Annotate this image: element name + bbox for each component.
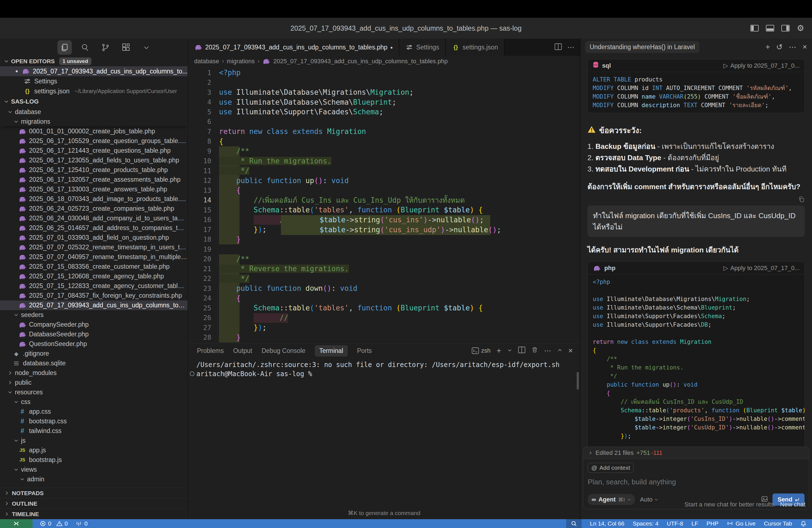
section-notepads[interactable]: NOTEPADS — [0, 488, 188, 498]
agent-mode-selector[interactable]: ∞ Agent ⌘I — [588, 494, 635, 505]
tree-file-questionseeder.php[interactable]: QuestionSeeder.php — [0, 339, 188, 349]
code-editor[interactable]: 1<?php23use Illuminate\Database\Migratio… — [188, 67, 580, 343]
settings-gear-icon[interactable]: ⚙ — [797, 24, 804, 32]
remote-indicator[interactable] — [0, 519, 33, 528]
workspace-header[interactable]: SAS-LOG — [0, 96, 188, 107]
tree-file-2025-06-25-014657-add-address-to-companies-tabl...[interactable]: 2025_06_25_014657_add_address_to_compani… — [0, 223, 188, 233]
search-icon[interactable] — [78, 40, 92, 55]
new-terminal-icon[interactable]: + — [497, 346, 501, 355]
tree-file-2025-07-15-083356-create-customer-table.php[interactable]: 2025_07_15_083356_create_customer_table.… — [0, 262, 188, 272]
more-views-chevron-icon[interactable] — [139, 40, 154, 55]
problems-status[interactable]: 0 0 — [40, 520, 68, 527]
status-php[interactable]: PHP — [707, 520, 719, 527]
apply-button[interactable]: ▷Apply to 2025_07_17_0... — [723, 265, 800, 272]
tree-file-2025-06-24-025723-create-companies-table.php[interactable]: 2025_06_24_025723_create_companies_table… — [0, 204, 188, 214]
tree-folder-css[interactable]: css — [0, 397, 188, 407]
tree-folder-migrations[interactable]: migrations — [0, 117, 188, 127]
tree-file-2025-07-07-040957-rename-timestamp-in-multiple-t...[interactable]: 2025_07_07_040957_rename_timestamp_in_mu… — [0, 252, 188, 262]
tree-file-databaseseeder.php[interactable]: DatabaseSeeder.php — [0, 329, 188, 339]
status-lf[interactable]: LF — [692, 520, 698, 527]
tree-folder-node-modules[interactable]: node_modules — [0, 368, 188, 378]
tree-file-2025-06-17-105529-create-question-groups-table.php[interactable]: 2025_06_17_105529_create_question_groups… — [0, 136, 188, 146]
extensions-icon[interactable] — [119, 40, 133, 55]
new-chat-plus-icon[interactable]: + — [766, 43, 770, 52]
tree-file-2025-06-17-133003-create-answers-table.php[interactable]: 2025_06_17_133003_create_answers_table.p… — [0, 185, 188, 194]
source-control-icon[interactable] — [98, 40, 113, 55]
tree-file-2025-06-17-132057-create-assessments-table.php[interactable]: 2025_06_17_132057_create_assessments_tab… — [0, 175, 188, 185]
status-spaces-4[interactable]: Spaces: 4 — [633, 520, 658, 527]
status-search[interactable] — [566, 519, 582, 528]
model-selector[interactable]: Auto — [640, 496, 658, 503]
tab-settings[interactable]: Settings — [399, 39, 446, 56]
tree-file-2025-06-17-121443-create-questions-table.php[interactable]: 2025_06_17_121443_create_questions_table… — [0, 146, 188, 156]
tree-file-2025-06-18-070343-add-image-to-products-table.p...[interactable]: 2025_06_18_070343_add_image_to_products_… — [0, 194, 188, 204]
status-ln-14-col-66[interactable]: Ln 14, Col 66 — [590, 520, 624, 527]
tree-file-2025-06-17-123055-add-fields-to-users-table.php[interactable]: 2025_06_17_123055_add_fields_to_users_ta… — [0, 156, 188, 165]
tree-file-bootstrap.css[interactable]: #bootstrap.css — [0, 416, 188, 426]
chat-input[interactable]: Plan, search, build anything — [588, 478, 804, 486]
section-outline[interactable]: OUTLINE — [0, 498, 188, 509]
tree-folder-admin[interactable]: admin — [0, 474, 188, 484]
tree-folder-public[interactable]: public — [0, 378, 188, 387]
tab-settings.json[interactable]: {}settings.json — [446, 39, 504, 56]
section-timeline[interactable]: TIMELINE — [0, 509, 188, 519]
kill-terminal-icon[interactable] — [532, 347, 538, 355]
status-go-live[interactable]: Go Live — [727, 520, 755, 527]
apply-button[interactable]: ▷Apply to 2025_07_17_0... — [723, 62, 800, 69]
tree-file-2025-07-07-025322-rename-timestamp-in-users-tab...[interactable]: 2025_07_07_025322_rename_timestamp_in_us… — [0, 243, 188, 252]
panel-tab-debug-console[interactable]: Debug Console — [262, 345, 305, 356]
chat-more-icon[interactable]: ⋯ — [789, 43, 797, 52]
panel-tab-terminal[interactable]: Terminal — [315, 345, 348, 356]
tree-folder-seeders[interactable]: seeders — [0, 310, 188, 320]
tree-file-2025-07-17-093943-add-cus-ins-udp-columns-to-ta...[interactable]: 2025_07_17_093943_add_cus_ins_udp_column… — [0, 300, 188, 310]
tree-file-2025-06-17-125410-create-products-table.php[interactable]: 2025_06_17_125410_create_products_table.… — [0, 165, 188, 175]
tab-2025-07-17-093943-add-cus-ins-udp-columns-to-tables.php[interactable]: 2025_07_17_093943_add_cus_ins_udp_column… — [188, 39, 399, 56]
tree-file-0001-01-01-000002-create-jobs-table.php[interactable]: 0001_01_01_000002_create_jobs_table.php — [0, 127, 188, 136]
panel-tab-problems[interactable]: Problems — [197, 345, 224, 356]
new-chat-button[interactable]: New chat — [780, 501, 806, 508]
tree-folder-database[interactable]: database — [0, 107, 188, 117]
tree-folder-resources[interactable]: resources — [0, 387, 188, 397]
editor-more-icon[interactable]: ⋯ — [567, 43, 575, 52]
split-terminal-icon[interactable] — [518, 347, 525, 355]
panel-tab-ports[interactable]: Ports — [357, 345, 372, 356]
split-editor-icon[interactable] — [555, 43, 562, 51]
copy-message-icon[interactable] — [798, 196, 805, 204]
panel-tab-output[interactable]: Output — [233, 345, 252, 356]
terminal-shell[interactable]: zsh — [472, 347, 491, 354]
status-cursor-tab[interactable]: Cursor Tab — [764, 520, 792, 527]
tree-file-database.sqlite[interactable]: database.sqlite — [0, 358, 188, 368]
edited-files-row[interactable]: Edited 21 files +751-111 — [583, 446, 809, 459]
ports-status[interactable]: 0 — [75, 520, 88, 527]
open-editors-header[interactable]: OPEN EDITORS 1 unsaved — [0, 56, 188, 66]
chat-tab[interactable]: Understanding whereHas() in Laravel — [585, 41, 699, 53]
status-bell[interactable] — [800, 520, 807, 527]
tree-file-.gitignore[interactable]: ◆.gitignore — [0, 349, 188, 358]
toggle-secondary-sidebar-icon[interactable] — [781, 25, 789, 31]
toggle-primary-sidebar-icon[interactable] — [750, 25, 759, 31]
close-panel-icon[interactable]: × — [568, 346, 573, 355]
tree-file-2025-07-17-084357-fix-foreign-key-constraints.php[interactable]: 2025_07_17_084357_fix_foreign_key_constr… — [0, 291, 188, 300]
terminal-more-icon[interactable]: ⋯ — [544, 347, 551, 355]
tree-file-app.js[interactable]: JSapp.js — [0, 445, 188, 455]
tree-file-bootstrap.js[interactable]: JSbootstrap.js — [0, 455, 188, 465]
tree-file-2025-06-24-030048-add-company-id-to-users-tabl...[interactable]: 2025_06_24_030048_add_company_id_to_user… — [0, 214, 188, 223]
terminal[interactable]: /Users/aritach/.zshrc:source:3: no such … — [188, 357, 580, 379]
tree-file-2025-07-15-122833-create-agency-customer-table.p...[interactable]: 2025_07_15_122833_create_agency_customer… — [0, 281, 188, 291]
tree-file-2025-07-01-033903-add-field-on-question.php[interactable]: 2025_07_01_033903_add_field_on_question.… — [0, 233, 188, 243]
open-editor-item[interactable]: {}settings.json~/Library/Application Sup… — [0, 86, 188, 96]
terminal-scrollbar[interactable] — [577, 372, 579, 390]
tree-file-tailwind.css[interactable]: #tailwind.css — [0, 426, 188, 436]
toggle-panel-icon[interactable] — [766, 25, 774, 31]
breadcrumb[interactable]: database› migrations› 2025_07_17_093943_… — [188, 56, 580, 67]
status-utf-8[interactable]: UTF-8 — [667, 520, 683, 527]
tree-file-2025-07-15-120608-create-agency-table.php[interactable]: 2025_07_15_120608_create_agency_table.ph… — [0, 272, 188, 281]
tree-file-companyseeder.php[interactable]: CompanySeeder.php — [0, 320, 188, 329]
open-editor-item[interactable]: Settings — [0, 76, 188, 86]
maximize-panel-icon[interactable] — [557, 347, 562, 354]
tree-folder-views[interactable]: views — [0, 465, 188, 474]
add-context-chip[interactable]: @Add context — [588, 463, 634, 473]
terminal-dropdown-icon[interactable] — [507, 347, 512, 354]
chat-history-icon[interactable]: ↺ — [776, 43, 782, 52]
ai-inline-suggestion[interactable]: $table->string('cus_ins')->nullable();$t… — [281, 215, 490, 235]
